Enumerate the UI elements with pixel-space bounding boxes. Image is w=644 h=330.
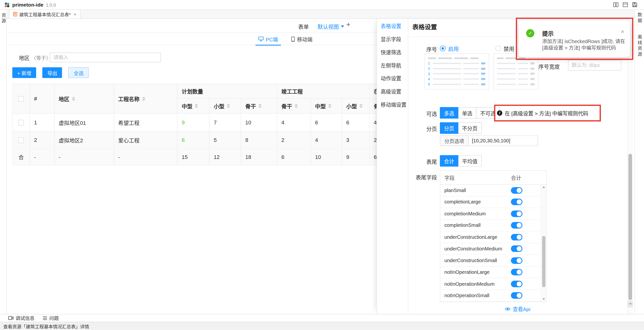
serial-width-input[interactable] <box>568 60 621 71</box>
footer-fields-header: 字段 合计 <box>440 171 546 184</box>
layout-icon[interactable] <box>622 2 628 7</box>
row-checkbox-cell <box>12 131 30 149</box>
rail-tab-data[interactable]: 数据 <box>636 12 643 24</box>
option-single-select[interactable]: 单选 <box>458 107 476 118</box>
toggle-switch[interactable] <box>511 222 522 229</box>
toggle-switch[interactable] <box>511 199 522 205</box>
pagination-options-input[interactable] <box>469 135 538 146</box>
menu-item-action-settings[interactable]: 动作设置 <box>377 71 408 84</box>
col-header-completion-backbone[interactable]: 骨干 <box>277 98 311 113</box>
col-header-region[interactable]: 地区 <box>54 84 114 113</box>
pagination-label: 分页 <box>408 125 437 133</box>
col-header-project[interactable]: 工程名称 <box>114 84 177 113</box>
tab-mobile[interactable]: 移动端 <box>288 33 316 45</box>
menu-item-quick-filter[interactable]: 快速筛选 <box>377 45 408 58</box>
sort-icon[interactable] <box>142 97 145 101</box>
form-designer-canvas: 表单 默认视图 + PC端 移动端 地区 〈等于〉 + 新增 导出 全选 <box>6 19 376 314</box>
toggle-switch[interactable] <box>511 292 522 299</box>
filter-value-input[interactable] <box>50 52 161 62</box>
sort-icon[interactable] <box>227 104 230 108</box>
rail-tab-offline-resources[interactable]: 离线资源 <box>636 34 643 57</box>
success-check-icon: ✓ <box>526 29 534 37</box>
editor-tab-active[interactable]: 建筑工程基本情况汇总表* × <box>9 10 80 18</box>
save-icon[interactable] <box>632 2 638 7</box>
rail-tab-resources[interactable]: 资源 <box>0 13 6 24</box>
sort-icon[interactable] <box>258 104 262 108</box>
table-row[interactable]: 1 虚拟地区01 希望工程 9 7 10 4 6 6 4 <box>12 113 376 131</box>
scrollbar-thumb[interactable] <box>542 236 545 288</box>
option-unpaged[interactable]: 不分页 <box>458 122 482 134</box>
option-not-selectable[interactable]: 不可选 <box>476 107 500 118</box>
row-checkbox[interactable] <box>18 137 24 143</box>
list-item: planSmall <box>440 185 546 196</box>
scroll-down-icon[interactable] <box>628 301 633 307</box>
export-button[interactable]: 导出 <box>42 67 62 78</box>
scroll-down-icon[interactable] <box>541 297 546 302</box>
scrollbar-thumb[interactable] <box>628 154 632 300</box>
radio-off-icon[interactable] <box>496 45 501 51</box>
sort-icon[interactable] <box>360 104 363 108</box>
menu-item-advanced-settings[interactable]: 高级设置 <box>377 84 408 98</box>
select-all-checkbox[interactable] <box>18 96 24 102</box>
chevron-down-icon <box>341 25 344 27</box>
option-multi-select[interactable]: 多选 <box>440 107 458 118</box>
row-checkbox[interactable] <box>18 120 24 126</box>
sort-icon[interactable] <box>294 104 298 108</box>
col-header-plan-small[interactable]: 小型 <box>210 98 241 113</box>
list-item: underConstructionLarge <box>440 231 546 243</box>
add-view-button[interactable]: + <box>346 21 350 29</box>
option-total[interactable]: 合计 <box>440 155 458 166</box>
radio-on-icon[interactable] <box>440 45 446 51</box>
tab-close-icon[interactable]: × <box>74 11 76 17</box>
menu-item-table-settings[interactable]: 表格设置 <box>377 19 408 32</box>
sort-icon[interactable] <box>328 104 331 108</box>
scroll-up-icon[interactable] <box>541 185 546 190</box>
serial-label: 序号 <box>408 45 437 53</box>
pagination-options-addon: 分页选项 <box>440 135 469 146</box>
option-paged[interactable]: 分页 <box>440 122 458 134</box>
sort-icon[interactable] <box>195 104 198 108</box>
toggle-switch[interactable] <box>511 269 522 276</box>
default-view-dropdown[interactable]: 默认视图 <box>317 23 344 30</box>
col-header-completion-medium[interactable]: 中型 <box>311 98 342 113</box>
bottom-status-bar: 查看资源「建筑工程基本情况汇总表」详情 <box>0 322 644 330</box>
toggle-switch[interactable] <box>511 234 522 240</box>
menu-item-left-nav[interactable]: 左侧导航 <box>377 58 408 71</box>
toast-close-icon[interactable]: × <box>621 28 624 35</box>
toggle-switch[interactable] <box>511 211 522 217</box>
serial-disable-radio[interactable]: 禁用 <box>496 44 514 52</box>
serial-enable-radio[interactable]: 启用 <box>440 44 459 52</box>
info-icon: i <box>497 110 502 116</box>
list-scrollbar[interactable] <box>541 185 546 302</box>
app-root: primeton-ide 1.0.0 资源 数据 离线资源 建筑工程基本情况汇总… <box>0 0 644 330</box>
sort-icon[interactable] <box>72 97 75 101</box>
summary-row: 合 - - - 15 12 18 6 10 9 6 <box>12 149 376 165</box>
col-header-plan-medium[interactable]: 中型 <box>177 98 209 113</box>
tab-pc[interactable]: PC端 <box>256 33 281 45</box>
selectable-hint: i 在 [高级设置 > 方法] 中编写规则代码 <box>497 109 588 117</box>
split-view-icon[interactable] <box>613 2 618 7</box>
row-checkbox-cell <box>12 113 30 131</box>
menu-item-mobile-settings[interactable]: 移动端设置 <box>377 98 408 111</box>
problems-button[interactable]: 问题 <box>42 315 59 321</box>
toggle-switch[interactable] <box>511 187 522 193</box>
toggle-switch[interactable] <box>511 246 522 252</box>
col-header-plan-backbone[interactable]: 骨干 <box>241 98 277 113</box>
view-toolbar: 表单 默认视图 + <box>6 19 376 33</box>
toggle-switch[interactable] <box>511 281 522 287</box>
option-average[interactable]: 平均值 <box>458 155 482 166</box>
toggle-switch[interactable] <box>511 257 522 264</box>
left-rail: 资源 <box>0 10 6 314</box>
add-row-button[interactable]: + 新增 <box>12 67 36 78</box>
status-bar: 调试信息 问题 <box>0 314 644 322</box>
success-toast: ✓ 提示 添加方法[ isCheckedRows ]成功, 请在 [高级设置 >… <box>519 20 630 57</box>
col-header-completion-small[interactable]: 小型 <box>342 98 370 113</box>
form-link[interactable]: 表单 <box>298 23 309 30</box>
table-row[interactable]: 2 虚拟地区2 爱心工程 6 5 8 2 4 3 2 <box>12 131 376 149</box>
select-all-button[interactable]: 全选 <box>68 67 89 78</box>
panel-scrollbar[interactable] <box>627 19 632 314</box>
debug-info-button[interactable]: 调试信息 <box>8 315 34 321</box>
menu-item-display-fields[interactable]: 显示字段 <box>377 32 408 45</box>
list-item: completionSmall <box>440 220 546 231</box>
view-api-link[interactable]: 查看Api <box>408 305 627 313</box>
